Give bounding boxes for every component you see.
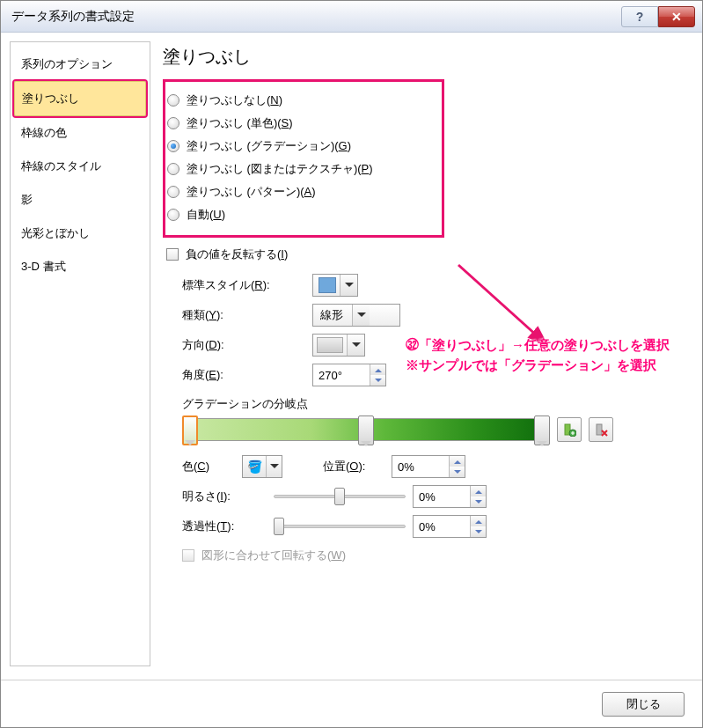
position-value: 0% (392, 456, 449, 477)
direction-label: 方向(D): (182, 337, 305, 353)
radio-label: 塗りつぶし (パターン)(A) (187, 184, 316, 200)
slider-thumb[interactable] (334, 488, 345, 505)
transparency-label: 透過性(T): (182, 518, 267, 534)
color-picker-button[interactable]: 🪣 (242, 455, 282, 478)
invert-negative-checkbox[interactable]: 負の値を反転する(I) (166, 243, 685, 266)
window-title: データ系列の書式設定 (11, 9, 135, 25)
spinner-down-icon[interactable] (370, 375, 385, 386)
spinner-up-icon[interactable] (471, 516, 486, 526)
radio-label: 塗りつぶしなし(N) (187, 92, 282, 108)
position-spinner[interactable]: 0% (392, 455, 465, 478)
slider-track (274, 525, 406, 528)
content-panel: 塗りつぶし 塗りつぶしなし(N) 塗りつぶし (単色)(S) 塗りつぶし (グラ… (159, 41, 693, 666)
svg-rect-2 (597, 424, 602, 435)
gradient-form: 標準スタイル(R): 種類(Y): 線形 方向(D): (182, 273, 685, 567)
help-button[interactable]: ? (621, 6, 658, 27)
radio-label: 塗りつぶし (単色)(S) (187, 115, 293, 131)
preset-label: 標準スタイル(R): (182, 277, 305, 293)
section-heading: 塗りつぶし (163, 45, 685, 69)
gradient-track[interactable] (182, 418, 550, 441)
radio-icon (167, 186, 179, 198)
annotation-text: ㉜「塗りつぶし」→任意の塗りつぶしを選択 ※サンプルでは「グラデーション」を選択 (406, 335, 670, 375)
radio-label: 塗りつぶし (グラデーション)(G) (187, 138, 351, 154)
spinner-up-icon[interactable] (370, 364, 385, 375)
transparency-slider[interactable] (274, 516, 406, 537)
transparency-spinner[interactable]: 0% (413, 515, 487, 538)
add-stop-button[interactable] (557, 417, 582, 442)
gradient-stops-row (182, 417, 613, 442)
type-value: 線形 (313, 307, 352, 323)
spinner-up-icon[interactable] (450, 456, 465, 467)
type-dropdown[interactable]: 線形 (312, 304, 400, 327)
angle-value: 270° (313, 364, 370, 386)
position-label: 位置(O): (323, 459, 384, 474)
radio-icon (167, 94, 179, 107)
radio-no-fill[interactable]: 塗りつぶしなし(N) (167, 89, 433, 112)
checkbox-label: 図形に合わせて回転する(W) (201, 548, 346, 563)
angle-spinner[interactable]: 270° (312, 364, 386, 386)
sidebar-item-glow[interactable]: 光彩とぼかし (14, 217, 146, 250)
titlebar-buttons: ? ✕ (621, 6, 699, 27)
add-stop-icon (562, 423, 576, 437)
direction-swatch-icon (317, 337, 343, 353)
type-label: 種類(Y): (182, 307, 305, 323)
spinner-down-icon[interactable] (450, 467, 465, 477)
titlebar: データ系列の書式設定 ? ✕ (1, 1, 702, 33)
annotation-line2: ※サンプルでは「グラデーション」を選択 (406, 356, 670, 376)
sidebar-item-border-style[interactable]: 枠線のスタイル (14, 150, 146, 183)
chevron-down-icon (347, 335, 364, 356)
preset-swatch-icon (319, 277, 336, 293)
radio-gradient-fill[interactable]: 塗りつぶし (グラデーション)(G) (167, 135, 433, 158)
sidebar-item-series-options[interactable]: 系列のオプション (14, 48, 146, 81)
dialog-footer: 閉じる (1, 680, 702, 727)
chevron-down-icon (352, 305, 370, 326)
checkbox-icon (166, 248, 179, 261)
remove-stop-button[interactable] (589, 417, 613, 442)
rotate-with-shape-checkbox: 図形に合わせて回転する(W) (182, 544, 685, 567)
transparency-value: 0% (414, 516, 470, 537)
gradient-stop[interactable] (182, 415, 198, 445)
chevron-down-icon (266, 456, 282, 477)
fill-type-radio-group: 塗りつぶしなし(N) 塗りつぶし (単色)(S) 塗りつぶし (グラデーション)… (163, 79, 444, 238)
radio-label: 塗りつぶし (図またはテクスチャ)(P) (187, 161, 373, 177)
radio-icon (167, 209, 179, 221)
spinner-down-icon[interactable] (471, 526, 486, 537)
slider-thumb[interactable] (274, 518, 284, 535)
radio-label: 自動(U) (187, 207, 225, 223)
sidebar-item-shadow[interactable]: 影 (14, 183, 146, 217)
paint-bucket-icon: 🪣 (243, 460, 266, 474)
checkbox-label: 負の値を反転する(I) (186, 246, 288, 262)
direction-dropdown[interactable] (312, 334, 365, 357)
preset-dropdown[interactable] (312, 274, 358, 297)
radio-icon (167, 140, 179, 152)
brightness-label: 明るさ(I): (182, 489, 267, 504)
remove-stop-icon (594, 423, 608, 437)
dialog-body: 系列のオプション 塗りつぶし 枠線の色 枠線のスタイル 影 光彩とぼかし 3-D… (1, 33, 702, 666)
radio-solid-fill[interactable]: 塗りつぶし (単色)(S) (167, 112, 433, 135)
close-button[interactable]: ✕ (658, 6, 695, 27)
gradient-stop[interactable] (358, 415, 374, 445)
brightness-spinner[interactable]: 0% (413, 485, 487, 508)
angle-label: 角度(E): (182, 367, 305, 383)
radio-picture-fill[interactable]: 塗りつぶし (図またはテクスチャ)(P) (167, 158, 433, 180)
brightness-slider[interactable] (274, 486, 406, 507)
sidebar: 系列のオプション 塗りつぶし 枠線の色 枠線のスタイル 影 光彩とぼかし 3-D… (10, 41, 150, 666)
gradient-stop[interactable] (534, 415, 550, 445)
chevron-down-icon (340, 275, 357, 296)
radio-icon (167, 163, 179, 175)
sidebar-item-3d[interactable]: 3-D 書式 (14, 250, 146, 283)
spinner-down-icon[interactable] (471, 496, 486, 507)
checkbox-icon (182, 549, 194, 562)
sidebar-item-border-color[interactable]: 枠線の色 (14, 116, 146, 150)
spinner-up-icon[interactable] (471, 486, 486, 496)
radio-pattern-fill[interactable]: 塗りつぶし (パターン)(A) (167, 180, 433, 203)
color-label: 色(C) (182, 459, 235, 474)
radio-icon (167, 117, 179, 129)
close-dialog-button[interactable]: 閉じる (602, 692, 685, 717)
annotation-line1: ㉜「塗りつぶし」→任意の塗りつぶしを選択 (406, 335, 670, 356)
sidebar-item-fill[interactable]: 塗りつぶし (14, 81, 146, 116)
brightness-value: 0% (414, 486, 470, 507)
stops-label: グラデーションの分岐点 (182, 396, 685, 412)
radio-auto-fill[interactable]: 自動(U) (167, 203, 433, 226)
